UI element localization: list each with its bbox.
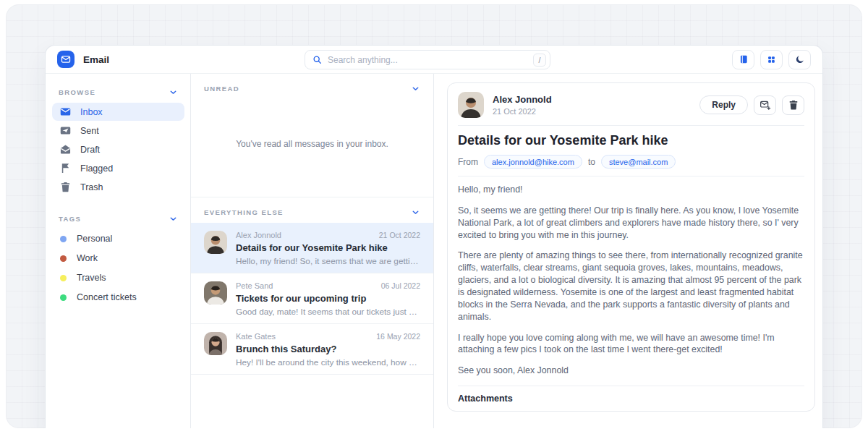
notebook-icon [739,54,749,64]
browse-section-header: BROWSE [52,82,184,102]
attachments-title: Attachments [458,393,804,404]
apps-grid-icon [767,55,776,64]
mail-forward-icon [760,99,771,111]
avatar [458,92,484,118]
email-detail-column: Alex Jonnold 21 Oct 2022 Reply [434,74,822,428]
header-actions [732,50,811,69]
draft-icon [60,144,71,155]
tag-item-work[interactable]: Work [52,249,184,268]
app-header: Email / [46,46,822,74]
message-list-column: UNREAD You've read all messages in your … [190,74,434,428]
unread-section-label: UNREAD [204,85,239,93]
email-subject: Details for our Yosemite Park hike [458,133,804,148]
mail-item-subject: Tickets for our upcoming trip [236,293,420,304]
sidebar-item-label: Flagged [80,163,113,174]
sidebar-item-label: Draft [80,145,100,155]
mail-item-date: 16 May 2022 [376,332,420,341]
body-paragraph: See you soon, Alex Jonnold [458,365,804,377]
sent-icon [60,125,71,136]
sidebar-item-draft[interactable]: Draft [52,140,184,158]
tag-color-dot [60,294,67,301]
forward-email-button[interactable] [754,95,776,115]
avatar [204,231,227,254]
tag-label: Travels [77,273,106,283]
tag-color-dot [60,275,67,281]
apps-grid-button[interactable] [760,50,783,69]
mail-item-date: 21 Oct 2022 [379,231,420,239]
tag-item-travels[interactable]: Travels [52,268,184,287]
unread-empty-message: You've read all messages in your inbox. [191,99,433,197]
tag-label: Work [77,253,98,263]
inbox-icon [60,106,71,117]
email-app-window: Email / [45,45,823,428]
dark-mode-button[interactable] [788,50,811,69]
detail-actions: Reply [699,95,804,115]
from-email-chip[interactable]: alex.jonnold@hike.com [484,155,582,169]
dark-mode-moon-icon [795,54,805,64]
search-bar[interactable]: / [305,50,550,69]
avatar [204,281,227,305]
mail-item-sender: Pete Sand [236,281,273,290]
trash-icon [788,100,799,110]
tag-item-concert-tickets[interactable]: Concert tickets [52,288,184,307]
unread-section: UNREAD You've read all messages in your … [191,74,433,197]
mail-list-item-kate[interactable]: Kate Gates 16 May 2022 Brunch this Satur… [191,324,433,375]
detail-sender-name: Alex Jonnold [493,94,552,105]
reply-button[interactable]: Reply [699,95,748,114]
email-body: Hello, my friend! So, it seems we are ge… [458,184,804,377]
search-icon [312,55,322,64]
from-label: From [458,157,478,167]
sidebar-item-sent[interactable]: Sent [52,122,184,140]
tag-color-dot [60,236,67,242]
tag-item-personal[interactable]: Personal [52,229,184,248]
mail-list-item-alex[interactable]: Alex Jonnold 21 Oct 2022 Details for our… [191,223,433,273]
everything-else-collapse-chevron-down-icon[interactable] [411,208,420,217]
divider [458,125,804,126]
tag-label: Personal [77,234,112,244]
flag-icon [60,163,71,174]
mail-item-preview: Hello, my friend! So, it seems that we a… [236,256,420,266]
from-to-row: From alex.jonnold@hike.com to steve@mail… [458,155,804,169]
mail-item-date: 06 Jul 2022 [381,281,420,290]
trash-icon [60,182,71,192]
email-detail-card: Alex Jonnold 21 Oct 2022 Reply [447,82,815,412]
body-paragraph: Hello, my friend! [458,184,804,196]
body-paragraph: There are plenty of amazing things to se… [458,250,804,323]
mail-item-subject: Details for our Yosemite Park hike [236,242,420,253]
tag-label: Concert tickets [77,292,137,302]
sidebar-item-trash[interactable]: Trash [52,178,184,196]
to-email-chip[interactable]: steve@mail.com [601,155,676,169]
tags-collapse-chevron-down-icon[interactable] [169,214,178,224]
notebook-button[interactable] [732,50,754,69]
avatar [204,332,227,355]
tags-section-label: TAGS [59,215,81,223]
app-title: Email [83,54,109,65]
sidebar-item-flagged[interactable]: Flagged [52,159,184,177]
mail-item-preview: Hey! I'll be around the city this weeken… [236,357,420,367]
mail-item-subject: Brunch this Saturday? [236,344,420,354]
tags-section: TAGS Personal Work [52,209,184,307]
browse-collapse-chevron-down-icon[interactable] [169,88,178,97]
delete-email-button[interactable] [782,95,804,115]
body-paragraph: I really hope you love coming along with… [458,332,804,357]
mail-item-sender: Kate Gates [236,332,276,341]
search-shortcut-badge: / [533,54,546,67]
unread-section-header: UNREAD [191,74,433,99]
detail-header: Alex Jonnold 21 Oct 2022 Reply [458,92,804,118]
app-body: BROWSE Inbox Sent [46,74,822,428]
everything-else-section: EVERYTHING ELSE Alex Jonnold 21 Oct [191,197,433,375]
divider [458,176,804,176]
everything-else-section-label: EVERYTHING ELSE [204,208,284,216]
tags-section-header: TAGS [52,209,184,229]
sidebar-item-inbox[interactable]: Inbox [52,103,184,121]
mail-list-item-pete[interactable]: Pete Sand 06 Jul 2022 Tickets for our up… [191,273,433,324]
everything-else-section-header: EVERYTHING ELSE [191,197,433,223]
tag-color-dot [60,255,67,262]
divider [458,386,804,386]
app-logo [57,51,75,68]
sidebar-item-label: Trash [80,182,103,192]
search-input[interactable] [328,55,527,65]
browse-section-label: BROWSE [59,88,95,96]
unread-collapse-chevron-down-icon[interactable] [411,84,420,93]
mail-item-sender: Alex Jonnold [236,231,281,239]
